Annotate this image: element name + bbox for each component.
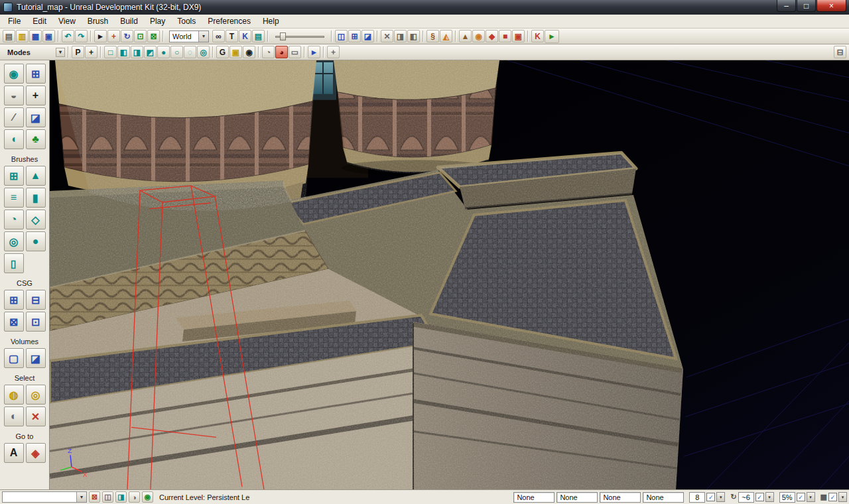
toolbar-icon[interactable]: K <box>239 30 251 42</box>
sidebar-tool-button[interactable]: ◒ <box>4 86 24 105</box>
sidebar-tool-button[interactable]: ▯ <box>4 253 24 273</box>
sidebar-tool-button[interactable]: ◪ <box>26 107 46 127</box>
toolbar-icon[interactable]: ◪ <box>361 30 374 42</box>
status-icon[interactable]: ◨ <box>115 491 127 503</box>
toolbar-icon[interactable]: G <box>216 46 229 58</box>
close-button[interactable]: × <box>816 0 846 12</box>
toolbar-icon[interactable]: ◫ <box>335 30 348 42</box>
viewport-3d-scene[interactable]: Z X <box>50 60 849 489</box>
sidebar-tool-button[interactable]: ◈ <box>26 443 46 463</box>
toolbar-icon[interactable]: ▦ <box>29 30 42 42</box>
sidebar-tool-button[interactable]: ◎ <box>4 231 24 251</box>
sidebar-tool-button[interactable]: ⊟ <box>26 290 46 310</box>
sidebar-tool-button[interactable]: ∕ <box>4 107 24 127</box>
toolbar-icon[interactable] <box>267 31 269 42</box>
menu-item[interactable]: Play <box>144 15 171 27</box>
toolbar-icon[interactable]: □ <box>104 46 117 58</box>
toolbar-icon[interactable]: ▤ <box>3 30 15 42</box>
selection-info-field[interactable]: None <box>643 492 684 503</box>
toolbar-icon[interactable] <box>527 31 529 42</box>
sidebar-tool-button[interactable]: ◉ <box>4 64 24 84</box>
sidebar-tool-button[interactable]: ⊠ <box>4 312 24 332</box>
menu-item[interactable]: Brush <box>82 15 114 27</box>
toolbar-icon[interactable]: ◨ <box>131 46 143 58</box>
toolbar-icon[interactable]: ▭ <box>289 46 301 58</box>
sidebar-tool-button[interactable]: ◖ <box>4 129 24 149</box>
world-dropdown[interactable]: World ▾ <box>169 31 209 42</box>
title-bar[interactable]: Tutorial_map - Unreal Development Kit (3… <box>0 0 849 15</box>
slider-handle[interactable] <box>280 32 286 40</box>
toolbar-icon[interactable]: ◆ <box>486 30 498 42</box>
toolbar-icon[interactable] <box>423 31 424 42</box>
toolbar-icon[interactable] <box>377 31 378 42</box>
toolbar-icon[interactable]: ✕ <box>381 30 393 42</box>
snap-checkbox[interactable]: ✓ <box>828 493 837 501</box>
selection-info-field[interactable]: None <box>600 492 641 503</box>
toolbar-icon[interactable] <box>58 31 59 42</box>
toolbar-icon[interactable]: ► <box>308 46 320 58</box>
toolbar-icon[interactable]: ↻ <box>121 30 133 42</box>
sidebar-tool-button[interactable]: ◪ <box>26 348 46 368</box>
toolbar-icon[interactable]: ▣ <box>229 46 242 58</box>
toolbar-icon[interactable]: ◌ <box>184 46 196 58</box>
snap-value-field[interactable]: 8 <box>689 492 705 503</box>
toolbar-icon[interactable] <box>163 31 164 42</box>
toolbar-icon[interactable]: ○ <box>170 46 183 58</box>
sidebar-tool-button[interactable]: ⊞ <box>26 64 46 84</box>
toolbar-icon[interactable]: ● <box>157 46 170 58</box>
toolbar-icon[interactable]: ► <box>94 30 107 42</box>
selection-info-field[interactable]: None <box>513 492 555 503</box>
toolbar-icon[interactable]: ⊞ <box>348 30 361 42</box>
sidebar-tool-button[interactable]: ◇ <box>26 210 46 229</box>
toolbar-icon[interactable]: ⊡ <box>134 30 147 42</box>
toolbar-icon[interactable] <box>100 46 101 58</box>
sidebar-tool-button[interactable]: ▢ <box>4 348 24 368</box>
toolbar-icon[interactable]: ⊠ <box>147 30 160 42</box>
toolbar-icon[interactable]: K <box>531 30 544 42</box>
snap-dropdown-arrow[interactable]: ▾ <box>838 492 847 502</box>
toolbar-icon[interactable]: ▲ <box>459 30 472 42</box>
toolbar-icon[interactable] <box>212 46 214 58</box>
snap-checkbox[interactable]: ✓ <box>755 493 764 501</box>
toolbar-icon[interactable] <box>258 46 259 58</box>
toolbar-icon[interactable] <box>90 31 92 42</box>
toolbar-icon[interactable]: ▣ <box>42 30 55 42</box>
play-in-editor-button[interactable]: ► <box>545 30 559 43</box>
menu-item[interactable]: File <box>2 15 27 27</box>
toolbar-icon[interactable]: ∞ <box>212 30 225 42</box>
toolbar-icon[interactable]: ▥ <box>16 30 29 42</box>
sidebar-tool-button[interactable]: ⊡ <box>26 312 46 332</box>
menu-item[interactable]: Tools <box>171 15 202 27</box>
toolbar-icon[interactable] <box>455 31 456 42</box>
sidebar-tool-button[interactable]: ▮ <box>26 188 46 208</box>
snap-checkbox[interactable]: ✓ <box>706 493 715 501</box>
sidebar-tool-button[interactable]: ◔ <box>4 210 24 229</box>
menu-item[interactable]: Preferences <box>202 15 257 27</box>
sidebar-tool-button[interactable]: ◎ <box>26 385 46 405</box>
snap-dropdown-arrow[interactable]: ▾ <box>716 492 725 502</box>
sidebar-tool-button[interactable]: ✕ <box>26 407 46 426</box>
sidebar-tool-button[interactable]: ▲ <box>26 166 46 186</box>
menu-item[interactable]: Edit <box>27 15 52 27</box>
dock-toggle-icon[interactable]: ⊟ <box>834 46 846 58</box>
sidebar-tool-button[interactable]: ⊞ <box>4 290 24 310</box>
sidebar-tool-button[interactable]: ♣ <box>26 129 46 149</box>
menu-item[interactable]: Help <box>257 15 285 27</box>
toolbar-icon[interactable] <box>331 31 332 42</box>
toolbar-icon[interactable]: ◕ <box>275 46 288 58</box>
toolbar-icon[interactable]: ◉ <box>472 30 485 42</box>
toolbar-icon[interactable]: ◔ <box>262 46 275 58</box>
camera-speed-slider[interactable] <box>275 31 324 42</box>
maximize-button[interactable]: □ <box>797 0 816 12</box>
toolbar-icon[interactable]: ◨ <box>394 30 407 42</box>
toolbar-icon[interactable]: ▤ <box>252 30 265 42</box>
status-icon[interactable]: ◫ <box>102 491 113 503</box>
toolbar-icon[interactable]: ◧ <box>407 30 420 42</box>
status-icon[interactable]: ◉ <box>142 491 153 503</box>
toolbar-icon[interactable]: + <box>85 46 98 58</box>
toolbar-icon[interactable]: ▣ <box>512 30 525 42</box>
toolbar-icon[interactable]: ◉ <box>243 46 255 58</box>
selection-info-field[interactable]: None <box>556 492 598 503</box>
sidebar-tool-button[interactable]: ⊞ <box>4 166 24 186</box>
sidebar-tool-button[interactable]: ◍ <box>4 385 24 405</box>
